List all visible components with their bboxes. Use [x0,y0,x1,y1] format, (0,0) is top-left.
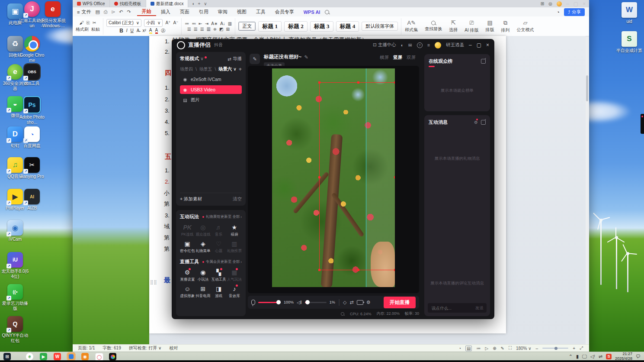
align-right-icon[interactable]: ☰ [200,27,204,32]
find-replace-tool[interactable]: 查找替换 [421,21,445,32]
notification-center-icon[interactable]: 🗩 [636,354,641,359]
align-left-icon[interactable]: ☰ [187,27,191,32]
ribbon-tab-review[interactable]: 审阅 [213,8,232,16]
user-avatar[interactable] [435,42,441,48]
wish-item[interactable]: ♡心愿 [211,240,226,254]
theme-toggle-icon[interactable]: ◐ [401,42,404,48]
director-toggle[interactable]: ⇄导播 [227,56,242,62]
underline-button[interactable]: U [131,28,134,33]
chat-input[interactable] [431,305,473,311]
minimize-button[interactable]: – [469,42,472,48]
play-section-more[interactable]: 礼物展馆更新至 全部 › [202,214,242,220]
arrange-tool[interactable]: ⧉排列 [498,19,513,33]
ribbon-tab-page[interactable]: 页面 [175,8,194,16]
scene-tab-5[interactable]: 场景五 [199,66,212,72]
beauty-icon[interactable]: ◇ [343,300,346,305]
scene-tab-6-active[interactable]: 场景六 ∨ [218,66,237,72]
style-heading4[interactable]: 标题 4 [336,21,359,32]
tray-expand-chevron[interactable]: ⌃ [569,354,573,359]
preview-icon[interactable]: ⌲ [112,9,115,15]
doc-scrollbar[interactable] [586,36,589,344]
ribbon-tab-insert[interactable]: 插入 [156,8,175,16]
clear-button[interactable]: 清空 [233,196,242,202]
tab-landscape[interactable]: 横屏 [380,55,389,61]
web-view-icon[interactable]: ⊕ [493,346,496,351]
style-set-tool[interactable]: A✎样式集 [401,19,421,33]
gift-menu-item[interactable]: ◈礼物菜单 [195,240,210,254]
line-spacing-icon[interactable]: ≑ [213,27,217,32]
char-shading-icon[interactable]: Ⓐ [161,28,165,34]
indent-icon[interactable]: ⇥ [205,21,208,26]
eye-protect-icon[interactable]: ◔ [557,10,560,15]
docked-panel-edge[interactable] [641,114,644,134]
stream-title[interactable]: 标题还没有想好~ [264,54,301,60]
bold-button[interactable]: B [119,28,123,34]
popularity-item[interactable]: ▦人气玩法 [227,269,242,282]
italic-button[interactable]: I [126,28,128,33]
desktop-icon-uid-doc[interactable]: Wuid [616,2,643,24]
style-heading3[interactable]: 标题 3 [310,21,333,32]
spellcheck-status[interactable]: 拼写检查: 打开 ∨ [129,345,162,351]
edit-title-icon[interactable]: ✎ [250,54,260,64]
preview-stage[interactable] [248,66,419,293]
menu-icon[interactable]: ≡ [427,42,430,48]
microphone-icon[interactable] [251,300,255,305]
highlight-icon[interactable]: A [149,28,152,34]
close-button[interactable]: × [486,42,489,48]
password-redpacket-item[interactable]: ▣密令红包 [180,240,195,254]
desktop-icon-chrome[interactable]: Google Chrome [19,36,45,63]
bullets-icon[interactable]: ≔ [185,21,189,26]
tab-list-caret[interactable]: ∨ [204,1,207,6]
shading-icon[interactable]: ◩ [219,27,223,32]
ribbon-tab-home[interactable]: 开始 [137,8,156,16]
avatar[interactable] [557,1,562,6]
layout-icon[interactable]: ⊞ [541,1,544,6]
style-default-font[interactable]: 默认段落字体 [362,22,398,31]
flip-icon[interactable]: ⇄ [350,300,354,305]
username[interactable]: 研王遇圣 [446,42,464,48]
word-count[interactable]: 字数: 619 [103,345,121,351]
send-button[interactable]: 发送 [475,305,484,311]
ribbon-tab-member[interactable]: 会员专享 [270,8,299,16]
save-icon[interactable]: ▤ [95,9,99,15]
desktop-icon-qinyy[interactable]: ↗QQINYY半自动红包 [1,316,29,343]
add-material-button[interactable]: + 添加素材 [180,196,202,202]
taskbar-ie-browser[interactable]: e [26,353,33,360]
gift-vote-item[interactable]: ▥礼物投票 [227,240,242,254]
align-center-icon[interactable]: ☰ [194,27,198,32]
font-shrink-icon[interactable]: A⁻ [173,20,178,25]
tab-wps-office[interactable]: WPS Office [73,0,110,7]
douyin-ecommerce-item[interactable]: ⊞抖音电商 [195,285,210,299]
source-image[interactable]: ▤图片 [180,96,242,104]
audience-link-item[interactable]: ◎观众连线 [195,224,210,237]
source-selection-box[interactable] [319,82,395,270]
zoom-level[interactable]: 180% ∨ [516,346,532,351]
desktop-icon-member-system[interactable]: e会员分发系统 -Windows-... [39,1,67,28]
start-streaming-button[interactable]: 开始直播 [384,297,416,308]
page-view-icon[interactable]: ▤ [465,346,472,351]
font-color-icon[interactable]: A [155,28,158,34]
strikethrough-icon[interactable]: A̶ [137,28,140,33]
format-painter-label[interactable]: 格式刷 [76,26,89,32]
music-item[interactable]: ♬音乐 [211,224,226,237]
tray-clock[interactable]: 21:27 2025/4/28 [615,352,632,361]
ribbon-tab-view[interactable]: 视图 [232,8,251,16]
tray-sogou-icon[interactable]: S [606,354,612,359]
message-settings-gear-icon[interactable]: ⚙ [474,120,478,125]
scene-tab-4[interactable]: 场景四 [180,66,193,72]
sound-library-item[interactable]: ♪音效库 [227,285,242,299]
tray-volume-icon[interactable]: ◁⁾ [590,354,595,359]
source-usb3-video-selected[interactable]: ◉USB3 Video [180,85,242,94]
paste-icon[interactable]: ⎘ [87,20,90,26]
ribbon-tab-wps-ai[interactable]: WPS AI [299,9,325,15]
popout-icon[interactable] [481,120,486,125]
zoom-slider[interactable] [542,348,568,349]
select-tool[interactable]: ⇱选择 [445,19,461,33]
font-size-select[interactable]: 小四∨ [144,19,163,27]
desktop-icon-obs[interactable]: ↗OBSobs工具 [19,64,45,86]
outdent-icon[interactable]: ⇤ [199,21,202,26]
tab-portrait-active[interactable]: 竖屏 [393,55,402,61]
fullscreen-icon[interactable]: ⤢ [580,346,583,351]
lucky-bag-item[interactable]: ★福袋 [227,224,242,237]
maximize-button[interactable]: ▢ [477,42,481,48]
